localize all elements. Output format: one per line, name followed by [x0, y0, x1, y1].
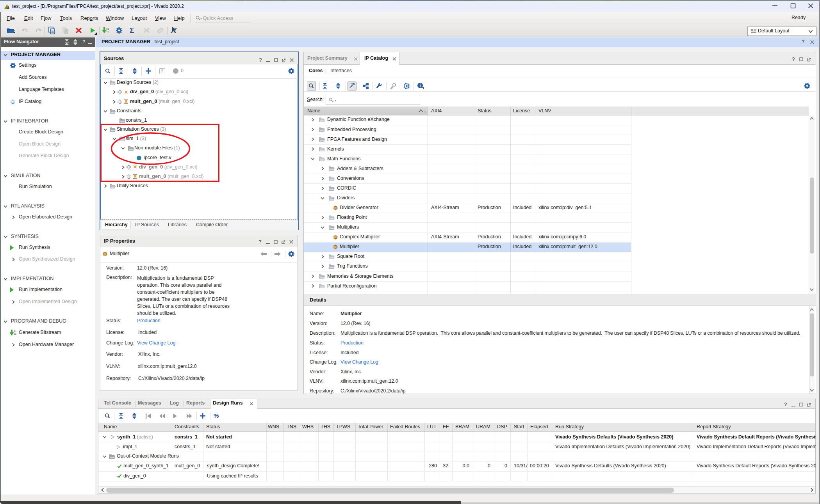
svg-text:10: 10 [106, 30, 109, 33]
svg-text:1: 1 [424, 110, 426, 114]
svg-text:01: 01 [14, 330, 17, 333]
svg-text:01: 01 [106, 28, 109, 30]
svg-text:10: 10 [14, 333, 17, 335]
